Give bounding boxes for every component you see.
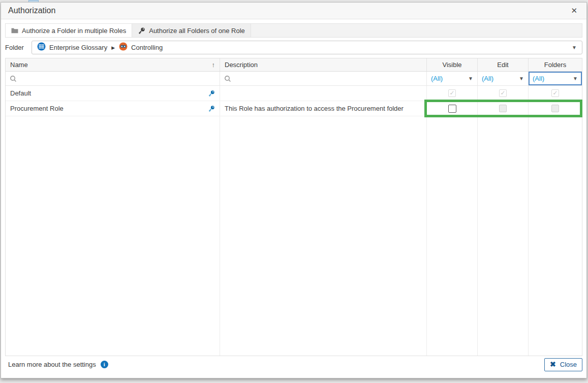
help-text: Learn more about the settings (8, 361, 96, 368)
info-icon[interactable]: i (101, 361, 108, 368)
visible-checkbox[interactable] (448, 89, 456, 97)
tab-label: Authorize all Folders of one Role (149, 27, 245, 35)
search-icon (10, 75, 17, 82)
chevron-down-icon: ▼ (468, 76, 473, 81)
breadcrumb-item-enterprise-glossary[interactable]: Enterprise Glossary (49, 44, 107, 51)
edit-checkbox[interactable] (499, 89, 507, 97)
breadcrumb-separator-icon: ▶ (111, 45, 115, 50)
role-name: Default (10, 89, 31, 97)
controlling-icon (119, 42, 128, 53)
column-header-name[interactable]: Name ↑ (6, 58, 220, 71)
role-description: This Role has authorization to access th… (220, 101, 427, 116)
key-icon (208, 105, 215, 112)
tab-label: Authorize a Folder in multiple Roles (22, 27, 126, 35)
role-description (220, 86, 427, 101)
visible-checkbox[interactable] (448, 105, 456, 113)
folder-dropdown[interactable]: Enterprise Glossary ▶ Controlling ▼ (32, 41, 582, 54)
role-name: Procurement Role (10, 105, 64, 112)
key-icon (138, 27, 145, 35)
description-filter-input[interactable] (220, 72, 427, 85)
table-empty-area (6, 116, 582, 356)
close-x-icon: ✖ (550, 361, 556, 368)
folder-picker-row: Folder Enterprise Glossary ▶ Controlling… (5, 41, 582, 54)
name-filter-input[interactable] (6, 72, 220, 85)
roles-table: Name ↑ Description Visible Edit Folders (5, 58, 582, 356)
folders-checkbox[interactable] (551, 89, 559, 97)
tab-authorize-folders-of-role[interactable]: Authorize all Folders of one Role (132, 24, 251, 37)
edit-checkbox[interactable] (499, 105, 507, 112)
close-button-label: Close (560, 361, 577, 368)
sort-ascending-icon[interactable]: ↑ (212, 61, 215, 69)
edit-filter-select[interactable]: (All) ▼ (478, 72, 529, 85)
table-row-procurement-role[interactable]: Procurement Role This Role has authoriza… (6, 101, 582, 116)
enterprise-glossary-icon (37, 42, 46, 53)
chevron-down-icon[interactable]: ▼ (572, 45, 577, 50)
search-icon (224, 75, 231, 82)
chevron-down-icon: ▼ (519, 76, 524, 81)
dialog-titlebar: Authorization ✕ (1, 3, 586, 19)
dialog-close-icon[interactable]: ✕ (569, 5, 579, 16)
breadcrumb-item-controlling[interactable]: Controlling (131, 44, 163, 51)
table-row-default[interactable]: Default (6, 86, 582, 101)
folder-picker-label: Folder (5, 44, 32, 51)
help-text-group: Learn more about the settings i (8, 361, 108, 368)
dialog-content: Authorize a Folder in multiple Roles Aut… (1, 19, 586, 378)
table-filter-row: (All) ▼ (All) ▼ (All) ▼ (6, 72, 582, 86)
key-icon (208, 90, 215, 97)
folder-icon (11, 27, 18, 34)
tab-strip: Authorize a Folder in multiple Roles Aut… (5, 23, 582, 38)
folders-checkbox[interactable] (551, 105, 559, 112)
column-header-folders[interactable]: Folders (529, 58, 582, 71)
tab-authorize-folder-in-roles[interactable]: Authorize a Folder in multiple Roles (6, 24, 132, 37)
column-header-edit[interactable]: Edit (478, 58, 529, 71)
dialog-footer: Learn more about the settings i ✖ Close (5, 356, 582, 378)
authorization-dialog: Authorization ✕ Authorize a Folder in mu… (1, 2, 587, 378)
close-button[interactable]: ✖ Close (544, 358, 582, 371)
visible-filter-select[interactable]: (All) ▼ (427, 72, 478, 85)
folders-filter-select[interactable]: (All) ▼ (529, 72, 582, 85)
column-header-description[interactable]: Description (220, 58, 427, 71)
table-header-row: Name ↑ Description Visible Edit Folders (6, 58, 582, 72)
dialog-title: Authorization (8, 6, 55, 15)
chevron-down-icon: ▼ (573, 76, 578, 81)
column-header-visible[interactable]: Visible (427, 58, 478, 71)
